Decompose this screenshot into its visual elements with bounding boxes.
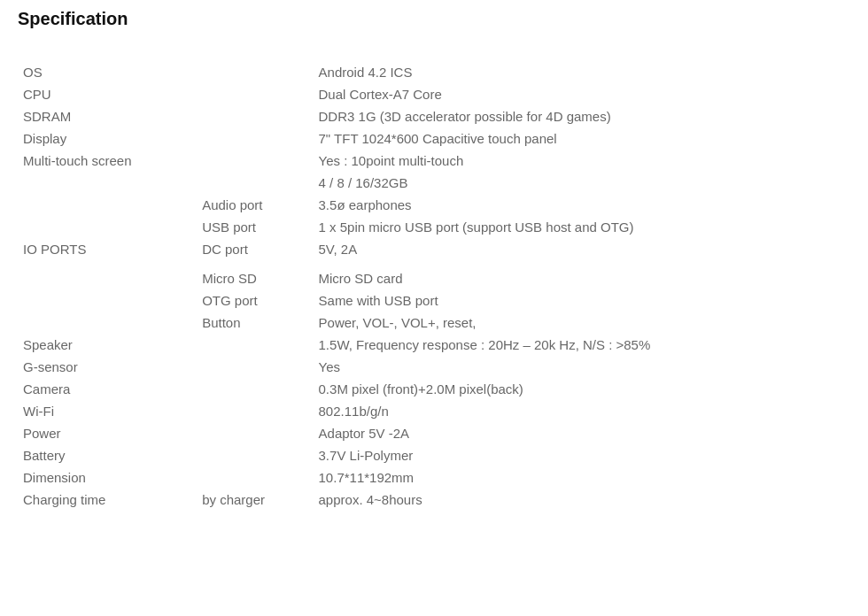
spec-sub-label (197, 150, 313, 172)
spec-label: Dimension (18, 466, 197, 489)
spec-sub-label (197, 400, 313, 422)
spec-label: Display (18, 127, 197, 150)
spec-label: G-sensor (18, 356, 197, 378)
spec-label: OS (18, 61, 197, 83)
spec-label (18, 216, 197, 238)
spec-label (18, 194, 197, 216)
spec-sub-label (197, 260, 313, 267)
table-row: Display7" TFT 1024*600 Capacitive touch … (18, 127, 850, 150)
spec-label (18, 172, 197, 194)
table-row: CPUDual Cortex-A7 Core (18, 83, 850, 105)
spec-value: 0.3M pixel (front)+2.0M pixel(back) (314, 378, 850, 400)
spec-value: 1 x 5pin micro USB port (support USB hos… (314, 216, 850, 238)
spec-value: approx. 4~8hours (314, 489, 850, 511)
spec-sub-label (197, 466, 313, 489)
table-row: Multi-touch screenYes : 10point multi-to… (18, 150, 850, 172)
spec-label: Charging time (18, 489, 197, 511)
spec-sub-label: USB port (197, 216, 313, 238)
spec-sub-label: DC port (197, 238, 313, 260)
spec-label: SDRAM (18, 105, 197, 127)
spec-value (314, 260, 850, 267)
spec-sub-label: Micro SD (197, 267, 313, 289)
table-row: Micro SDMicro SD card (18, 267, 850, 289)
table-row: Charging timeby chargerapprox. 4~8hours (18, 489, 850, 511)
table-row: Camera0.3M pixel (front)+2.0M pixel(back… (18, 378, 850, 400)
spec-label (18, 312, 197, 334)
spec-value: Same with USB port (314, 289, 850, 312)
spec-label: Power (18, 422, 197, 444)
spec-sub-label (197, 105, 313, 127)
spec-sub-label: Button (197, 312, 313, 334)
spec-sub-label (197, 334, 313, 356)
spec-value: Adaptor 5V -2A (314, 422, 850, 444)
spec-sub-label (197, 378, 313, 400)
spec-value: 10.7*11*192mm (314, 466, 850, 489)
spec-value: 3.7V Li-Polymer (314, 444, 850, 466)
spec-label: CPU (18, 83, 197, 105)
spec-label: Camera (18, 378, 197, 400)
spec-label: Multi-touch screen (18, 150, 197, 172)
spec-sub-label (197, 444, 313, 466)
table-row: ButtonPower, VOL-, VOL+, reset, (18, 312, 850, 334)
spec-value: DDR3 1G (3D accelerator possible for 4D … (314, 105, 850, 127)
table-row: Battery3.7V Li-Polymer (18, 444, 850, 466)
spec-value: Power, VOL-, VOL+, reset, (314, 312, 850, 334)
table-row: PowerAdaptor 5V -2A (18, 422, 850, 444)
spec-table: OSAndroid 4.2 ICSCPUDual Cortex-A7 CoreS… (18, 47, 850, 511)
spec-label: Wi-Fi (18, 400, 197, 422)
spec-value: Dual Cortex-A7 Core (314, 83, 850, 105)
table-row: Wi-Fi802.11b/g/n (18, 400, 850, 422)
spec-sub-label (197, 61, 313, 83)
spec-sub-label: Audio port (197, 194, 313, 216)
spec-value: 802.11b/g/n (314, 400, 850, 422)
page-title: Specification (18, 9, 850, 29)
spec-value: Android 4.2 ICS (314, 61, 850, 83)
spec-label: IO PORTS (18, 238, 197, 260)
table-row: IO PORTS DC port5V, 2A (18, 238, 850, 260)
spec-sub-label (197, 422, 313, 444)
spec-label: Battery (18, 444, 197, 466)
table-row: USB port1 x 5pin micro USB port (support… (18, 216, 850, 238)
spec-sub-label (197, 83, 313, 105)
spec-sub-label (197, 172, 313, 194)
spec-value: 4 / 8 / 16/32GB (314, 172, 850, 194)
table-row: OSAndroid 4.2 ICS (18, 61, 850, 83)
table-row: Speaker1.5W, Frequency response : 20Hz –… (18, 334, 850, 356)
table-row: OTG portSame with USB port (18, 289, 850, 312)
table-row: Dimension10.7*11*192mm (18, 466, 850, 489)
table-row (18, 260, 850, 267)
spec-value: Micro SD card (314, 267, 850, 289)
spec-value: 1.5W, Frequency response : 20Hz – 20k Hz… (314, 334, 850, 356)
spec-value: Yes (314, 356, 850, 378)
spec-sub-label: OTG port (197, 289, 313, 312)
spec-label: Speaker (18, 334, 197, 356)
table-row: SDRAMDDR3 1G (3D accelerator possible fo… (18, 105, 850, 127)
spec-value: 7" TFT 1024*600 Capacitive touch panel (314, 127, 850, 150)
spec-sub-label (197, 127, 313, 150)
spec-sub-label: by charger (197, 489, 313, 511)
spec-value: 3.5ø earphones (314, 194, 850, 216)
spec-value: 5V, 2A (314, 238, 850, 260)
table-row: 4 / 8 / 16/32GB (18, 172, 850, 194)
spec-label (18, 260, 197, 267)
table-row: Audio port3.5ø earphones (18, 194, 850, 216)
spec-value: Yes : 10point multi-touch (314, 150, 850, 172)
spec-label (18, 289, 197, 312)
spec-label (18, 267, 197, 289)
spec-sub-label (197, 356, 313, 378)
table-row: G-sensorYes (18, 356, 850, 378)
